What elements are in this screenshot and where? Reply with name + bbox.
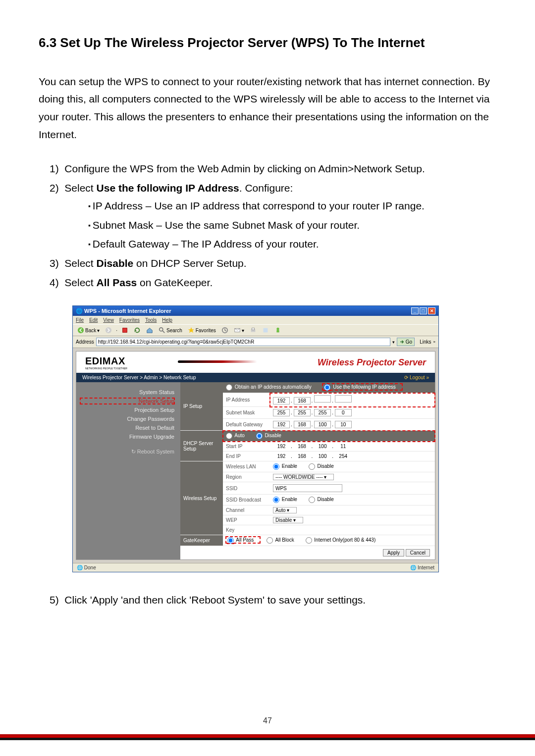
url-input[interactable] [96,338,390,346]
footer-decor [0,734,535,743]
svg-rect-11 [276,330,279,332]
menu-bar[interactable]: FileEditViewFavoritesToolsHelp [73,316,438,324]
steps-list: 1) Configure the WPS from the Web Admin … [39,161,496,291]
favorites-button[interactable]: Favorites [186,326,217,334]
search-button[interactable]: Search [157,326,184,334]
step-1: 1) Configure the WPS from the Web Admin … [50,161,496,177]
window-title: WPS - Microsoft Internet Explorer [84,308,171,314]
home-button[interactable] [145,326,155,334]
key-label: Key [223,525,270,535]
bullet-gw: Default Gateway – The IP Address of your… [88,236,496,252]
bullet-ip: IP Address – Use an IP address that corr… [88,198,496,214]
cancel-button[interactable]: Cancel [406,549,430,556]
print-button[interactable] [248,326,258,334]
ssidbc-label: SSID Broadcast [223,495,270,505]
ip-setup-label: IP Setup [180,382,223,431]
dhcp-disable-radio[interactable] [256,433,263,439]
use-following-ip-radio[interactable] [324,384,330,391]
close-icon[interactable]: ✕ [428,307,435,314]
ssidbc-disable-radio[interactable] [309,497,315,503]
wep-select[interactable]: Disable ▾ [273,517,303,523]
status-right: 🌐 Internet [410,565,434,570]
nav-projection-setup[interactable]: Projection Setup [80,407,174,413]
mail-button[interactable]: ▾ [232,326,246,334]
gatekeeper-label: GateKeeper [180,535,223,546]
wep-label: WEP [223,515,270,525]
nav-reset-default[interactable]: Reset to Default [80,425,174,431]
endip-label: End IP [223,452,270,461]
svg-rect-8 [252,328,254,330]
ssidbc-enable-radio[interactable] [273,497,279,503]
channel-select[interactable]: Auto ▾ [273,507,297,513]
wireless-setup-label: Wireless Setup [180,461,223,535]
bullet-mask: Subnet Mask – Use the same Subnet Mask o… [88,217,496,234]
dhcp-label: DHCP Server Setup [180,431,223,461]
svg-point-3 [160,328,163,331]
section-heading: 6.3 Set Up The Wireless Projector Server… [39,35,496,51]
go-button[interactable]: Go [397,338,415,346]
ip-address-label: IP Address [223,393,270,407]
startip-label: Start IP [223,442,270,452]
wlan-enable-radio[interactable] [273,463,279,470]
links-label[interactable]: Links [420,339,431,345]
channel-label: Channel [223,505,270,515]
minimize-icon[interactable]: _ [411,307,419,314]
browser-window: 🌐 WPS - Microsoft Internet Explorer _ □ … [72,305,439,572]
breadcrumb: Wireless Projector Server > Admin > Netw… [82,375,196,380]
region-select[interactable]: ---- WORLDWIDE ---- ▾ [273,474,334,480]
back-button[interactable]: Back ▾ [76,326,101,334]
step-3: 3) Select Disable on DHCP Server Setup. [50,255,496,272]
address-label: Address [76,339,94,345]
page-title: Wireless Projector Server [318,357,426,368]
gateway-label: Default Gateway [223,419,270,431]
region-label: Region [223,472,270,482]
svg-point-10 [276,328,279,330]
toolbar: Back ▾ · Search Favorites ▾ [73,324,438,336]
header-swoosh [178,356,267,369]
wlan-label: Wireless LAN [223,461,270,472]
forward-button[interactable] [104,326,113,334]
logout-link[interactable]: ⟳ Logout » [404,375,429,380]
wlan-disable-radio[interactable] [309,463,315,470]
nav-change-passwords[interactable]: Change Passwords [80,416,174,422]
refresh-button[interactable] [132,326,142,334]
page-number: 47 [0,716,535,725]
nav-network-setup[interactable]: Network Setup [80,398,174,404]
edimax-logo: EDIMAXNETWORKING PEOPLE TOGETHER [85,355,127,370]
ssid-input[interactable] [273,484,342,492]
apply-button[interactable]: Apply [383,549,404,556]
stop-button[interactable] [120,326,130,334]
step-4: 4) Select All Pass on GateKeeper. [50,275,496,291]
dhcp-auto-radio[interactable] [226,433,232,439]
ssid-label: SSID [223,482,270,495]
obtain-ip-auto-radio[interactable] [226,384,232,391]
status-left: 🌐 Done [77,565,96,570]
svg-rect-2 [123,328,127,333]
gk-allblock-radio[interactable] [267,537,273,544]
address-bar: Address ▾ Go Links» [73,336,438,348]
window-titlebar: 🌐 WPS - Microsoft Internet Explorer _ □ … [73,306,438,316]
ie-icon: 🌐 [76,308,83,314]
left-nav: System Status Network Setup Projection S… [76,382,180,559]
messenger-button[interactable] [273,326,283,334]
ip-oct3[interactable] [314,395,331,403]
ip-oct4[interactable] [335,395,352,403]
step-5: 5) Click 'Apply 'and then click 'Reboot … [50,592,496,608]
nav-firmware-upgrade[interactable]: Firmware Upgrade [80,434,174,440]
ip-oct2[interactable]: 168 [294,397,311,404]
history-button[interactable] [220,326,230,334]
svg-point-0 [78,327,84,333]
svg-point-1 [106,327,111,333]
nav-system-status[interactable]: System Status [80,389,174,395]
nav-reboot[interactable]: ↻ Reboot System [80,449,174,455]
svg-rect-9 [263,328,268,333]
intro-paragraph: You can setup the WPS to connect to your… [39,73,496,144]
ip-oct1[interactable]: 192 [273,397,290,404]
gk-allpass-radio[interactable] [227,537,234,544]
step-2: 2) Select Use the following IP Address. … [50,180,496,252]
svg-line-4 [162,331,164,333]
edit-button[interactable] [261,326,270,334]
maximize-icon[interactable]: □ [420,307,427,314]
gk-internet-radio[interactable] [306,537,312,544]
subnet-label: Subnet Mask [223,407,270,419]
